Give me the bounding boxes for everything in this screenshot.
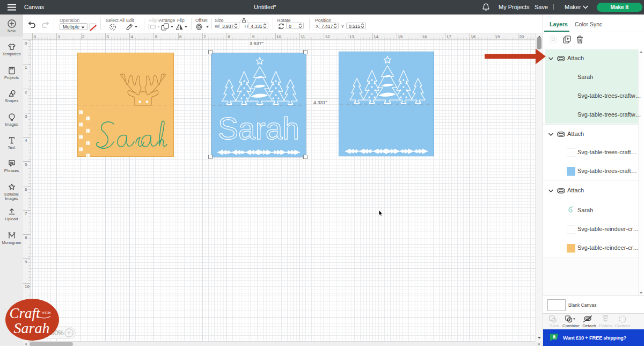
svg-text:WITH: WITH <box>42 311 51 314</box>
svg-text:Sarah: Sarah <box>14 320 50 336</box>
svg-text:Craft: Craft <box>9 305 41 321</box>
svg-text:a: a <box>553 334 556 340</box>
